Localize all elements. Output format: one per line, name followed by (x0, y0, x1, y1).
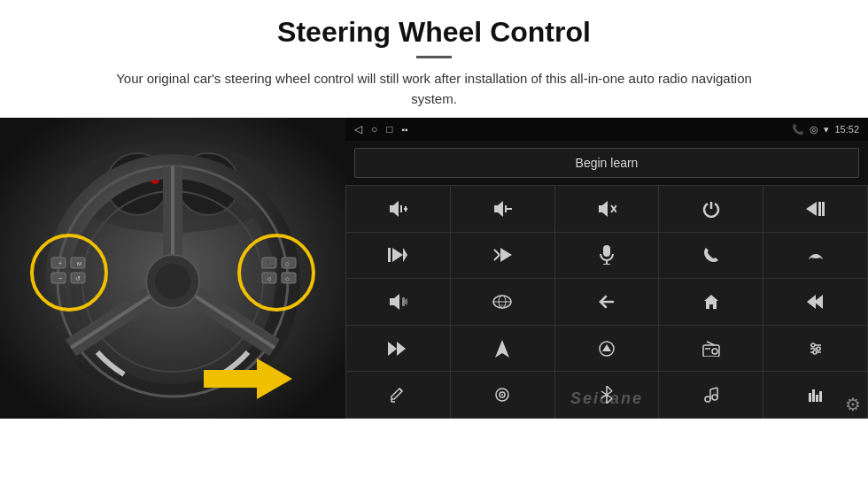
steering-wheel-bg: + M − ↺ 📞 ◇ ◁ ◇ (0, 118, 345, 419)
svg-rect-46 (818, 202, 821, 216)
eject-button[interactable] (555, 326, 659, 372)
fwd-fwd-button[interactable] (346, 326, 450, 372)
music-button[interactable]: ♩ (659, 372, 763, 418)
svg-rect-100 (809, 393, 811, 402)
header-section: Steering Wheel Control Your original car… (0, 0, 868, 118)
svg-marker-49 (392, 248, 403, 262)
radio-button[interactable] (659, 326, 763, 372)
svg-marker-45 (806, 202, 817, 216)
svg-rect-48 (388, 248, 391, 262)
svg-text:◇: ◇ (285, 261, 290, 266)
svg-marker-39 (494, 201, 503, 217)
android-panel: ◁ ○ □ ▪▪ 📞 ◎ ▾ 15:52 Begin learn (345, 118, 868, 419)
svg-rect-103 (819, 391, 822, 402)
svg-marker-71 (495, 340, 509, 358)
gear-icon[interactable]: ⚙ (845, 395, 861, 414)
back-nav-button[interactable] (555, 279, 659, 325)
wifi-icon: ▾ (824, 124, 829, 135)
prev-prev-button[interactable] (763, 279, 867, 325)
svg-marker-69 (388, 342, 397, 356)
svg-text:📞: 📞 (267, 259, 275, 267)
subtitle-text: Your original car's steering wheel contr… (97, 69, 771, 109)
svg-point-75 (712, 349, 717, 354)
battery-icon: ▪▪ (402, 125, 408, 135)
status-left: ◁ ○ □ ▪▪ (354, 123, 408, 135)
svg-text:◇: ◇ (285, 276, 290, 281)
svg-rect-101 (812, 389, 815, 402)
svg-text:−: − (58, 274, 63, 282)
call-button[interactable] (659, 233, 763, 279)
begin-learn-row: Begin learn (345, 141, 868, 185)
svg-rect-102 (816, 395, 818, 402)
time-display: 15:52 (834, 124, 859, 135)
svg-line-83 (399, 389, 402, 391)
vol-up-button[interactable] (346, 186, 450, 232)
svg-marker-53 (500, 248, 512, 262)
svg-point-81 (817, 347, 820, 350)
svg-point-15 (155, 264, 190, 299)
ff-button[interactable] (451, 233, 554, 279)
svg-marker-35 (390, 201, 399, 217)
mute-button[interactable] (555, 186, 659, 232)
svg-marker-50 (403, 248, 407, 262)
svg-text:+: + (58, 260, 62, 266)
svg-point-80 (811, 343, 815, 347)
next-button[interactable] (346, 233, 450, 279)
svg-marker-59 (405, 298, 407, 305)
phone-icon: 📞 (792, 124, 804, 135)
nav-dir-button[interactable] (451, 326, 554, 372)
status-right: 📞 ◎ ▾ 15:52 (792, 124, 859, 135)
edit-button[interactable] (346, 372, 450, 418)
360-button[interactable]: 360° (451, 279, 554, 325)
svg-text:360°: 360° (499, 304, 508, 309)
svg-text:♩: ♩ (713, 391, 716, 396)
svg-point-94 (705, 396, 710, 402)
svg-line-51 (494, 255, 500, 260)
power-button[interactable] (659, 186, 763, 232)
target-button[interactable] (451, 372, 554, 418)
hang-up-button[interactable] (763, 233, 867, 279)
controls-grid: 360° (345, 185, 868, 419)
svg-marker-70 (397, 342, 406, 356)
svg-text:◁: ◁ (267, 276, 271, 281)
steering-wheel-svg: + M − ↺ 📞 ◇ ◁ ◇ (0, 118, 345, 419)
location-icon: ◎ (810, 124, 818, 135)
content-section: + M − ↺ 📞 ◇ ◁ ◇ (0, 118, 868, 419)
svg-rect-47 (822, 202, 825, 216)
svg-rect-58 (402, 297, 405, 306)
page-container: Steering Wheel Control Your original car… (0, 0, 868, 419)
svg-point-88 (501, 394, 503, 396)
svg-line-98 (710, 388, 717, 389)
vol-down-button[interactable] (451, 186, 554, 232)
svg-marker-42 (599, 201, 608, 217)
svg-point-82 (813, 350, 817, 354)
home-nav-button[interactable] (659, 279, 763, 325)
settings-icon-container[interactable]: ⚙ (845, 394, 861, 415)
back-icon[interactable]: ◁ (354, 123, 362, 135)
svg-marker-57 (390, 294, 399, 310)
eq-settings-button[interactable] (763, 326, 867, 372)
steering-wheel-panel: + M − ↺ 📞 ◇ ◁ ◇ (0, 118, 345, 419)
svg-marker-73 (602, 344, 611, 351)
svg-text:↺: ↺ (75, 275, 81, 281)
page-title: Steering Wheel Control (53, 16, 815, 49)
speaker-button[interactable] (346, 279, 450, 325)
svg-text:M: M (77, 261, 81, 266)
watermark-text: Seicane (570, 389, 643, 408)
title-divider (416, 56, 452, 58)
svg-rect-54 (603, 245, 610, 257)
prev-track-button[interactable] (763, 186, 867, 232)
status-bar: ◁ ○ □ ▪▪ 📞 ◎ ▾ 15:52 (345, 118, 868, 141)
begin-learn-button[interactable]: Begin learn (354, 148, 859, 178)
mic-button[interactable] (555, 233, 659, 279)
home-icon[interactable]: ○ (371, 123, 377, 135)
svg-marker-65 (704, 295, 718, 309)
recents-icon[interactable]: □ (386, 123, 392, 135)
svg-line-52 (494, 250, 500, 255)
